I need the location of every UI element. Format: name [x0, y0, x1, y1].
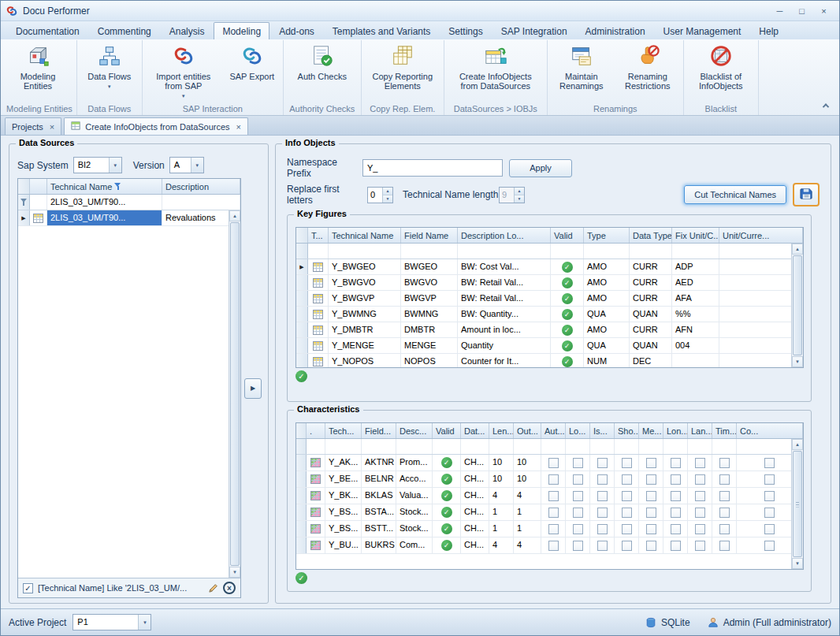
checkbox[interactable]: [719, 458, 730, 468]
collapse-ribbon-button[interactable]: [820, 100, 831, 111]
cell-output-length[interactable]: 4: [514, 488, 541, 504]
cell-technical-name[interactable]: Y_BWGVO: [329, 275, 401, 290]
cell-type[interactable]: QUA: [584, 307, 630, 322]
data-source-row[interactable]: ▶ 2LIS_03_UM/T90... Revaluations: [18, 210, 240, 226]
cell-field-name[interactable]: BELNR: [362, 471, 396, 487]
cell-length[interactable]: 1: [489, 504, 514, 520]
filter-cell[interactable]: [461, 439, 489, 454]
cell-data-type[interactable]: CURR: [630, 291, 672, 306]
cell-field-name[interactable]: BKLAS: [362, 488, 396, 504]
cell-type[interactable]: AMO: [584, 322, 630, 337]
checkbox[interactable]: [548, 524, 559, 534]
checkbox[interactable]: [695, 541, 705, 551]
checkbox[interactable]: [622, 524, 632, 534]
ribbon-tab-add-ons[interactable]: Add-ons: [270, 22, 323, 39]
filter-cell[interactable]: [639, 439, 663, 454]
step-down-icon[interactable]: ▼: [383, 195, 392, 203]
auth-checks-button[interactable]: Auth Checks: [286, 42, 359, 102]
cell-output-length[interactable]: 1: [514, 521, 541, 537]
checkbox[interactable]: [573, 524, 583, 534]
cell-type[interactable]: AMO: [584, 275, 630, 290]
cell-field-name[interactable]: DMBTR: [401, 322, 458, 337]
cell-description[interactable]: Counter for It...: [458, 354, 551, 368]
checkbox[interactable]: [597, 458, 608, 468]
checkbox[interactable]: [622, 541, 632, 551]
cell-output-length[interactable]: 1: [514, 504, 541, 520]
key-figure-row[interactable]: Y_BWGVP BWGVP BW: Retail Val... ✓ AMO CU…: [296, 291, 803, 307]
cell-description[interactable]: BW: Cost Val...: [458, 259, 551, 274]
cell-fix-unit[interactable]: 004: [672, 338, 719, 353]
filter-funnel-icon[interactable]: [114, 183, 121, 191]
checkbox[interactable]: [695, 474, 705, 485]
scroll-down-icon[interactable]: ▼: [792, 558, 803, 569]
header-flag[interactable]: Is...: [590, 423, 615, 438]
cell-technical-name[interactable]: Y_AK...: [325, 455, 362, 470]
cell-technical-name[interactable]: Y_BWGVP: [329, 291, 401, 306]
checkbox[interactable]: [695, 491, 705, 501]
checkbox[interactable]: [597, 541, 608, 551]
filter-cell[interactable]: [630, 244, 672, 258]
checkbox[interactable]: [764, 541, 775, 551]
checkbox[interactable]: [719, 491, 730, 501]
header-field-name[interactable]: Field...: [362, 423, 396, 438]
key-figure-row[interactable]: Y_MENGE MENGE Quantity ✓ QUA QUAN 004: [296, 338, 803, 354]
scrollbar-thumb[interactable]: [230, 222, 240, 566]
ribbon-tab-modeling[interactable]: Modeling: [214, 22, 269, 39]
filter-cell[interactable]: [590, 439, 615, 454]
filter-cell[interactable]: [584, 244, 630, 258]
cell-technical-name[interactable]: Y_BS...: [325, 504, 362, 520]
filter-cell[interactable]: [458, 244, 551, 258]
checkbox[interactable]: [671, 508, 681, 518]
cell-field-name[interactable]: BWGEO: [401, 259, 458, 274]
header-fix-unit[interactable]: Fix Unit/C...: [672, 228, 719, 243]
filter-description-cell[interactable]: [162, 195, 240, 210]
checkbox[interactable]: [646, 474, 656, 485]
cell-type[interactable]: AMO: [584, 259, 630, 274]
checkbox[interactable]: [597, 508, 608, 518]
header-data-type[interactable]: Dat...: [461, 423, 489, 438]
cell-fix-unit[interactable]: AFA: [672, 291, 719, 306]
filter-cell[interactable]: [308, 244, 329, 258]
cell-field-name[interactable]: BWMNG: [401, 307, 458, 322]
cell-field-name[interactable]: BWGVO: [401, 275, 458, 290]
key-figure-row[interactable]: ▶ Y_BWGEO BWGEO BW: Cost Val... ✓ AMO CU…: [296, 259, 803, 275]
filter-cell[interactable]: [672, 244, 719, 258]
header-length[interactable]: Len...: [489, 423, 514, 438]
checkbox[interactable]: [646, 458, 656, 468]
checkbox[interactable]: [695, 508, 705, 518]
characteristic-row[interactable]: Y_AK... AKTNR Prom... ✓ CH... 10 10: [296, 455, 803, 471]
filter-cell[interactable]: [663, 439, 688, 454]
header-technical-name[interactable]: Technical Name: [47, 179, 162, 194]
cell-length[interactable]: 4: [489, 488, 514, 504]
checkbox[interactable]: [597, 491, 608, 501]
header-description[interactable]: Description: [162, 179, 240, 194]
edit-filter-icon[interactable]: [208, 583, 218, 593]
ribbon-tab-sap-integration[interactable]: SAP Integration: [492, 22, 576, 39]
header-valid[interactable]: Valid: [433, 423, 461, 438]
checkbox[interactable]: [573, 491, 583, 501]
chevron-down-icon[interactable]: ▼: [109, 158, 121, 173]
checkbox[interactable]: [671, 541, 681, 551]
ribbon-tab-settings[interactable]: Settings: [440, 22, 491, 39]
checkbox[interactable]: [764, 458, 775, 468]
header-flag[interactable]: Tim...: [712, 423, 737, 438]
close-tab-icon[interactable]: ×: [236, 122, 241, 132]
checkbox[interactable]: [573, 508, 583, 518]
cell-field-name[interactable]: AKTNR: [362, 455, 396, 470]
checkbox[interactable]: [597, 524, 608, 534]
cell-length[interactable]: 4: [489, 537, 514, 553]
checkbox[interactable]: [764, 491, 775, 501]
ribbon-tab-documentation[interactable]: Documentation: [7, 22, 88, 39]
cell-type[interactable]: AMO: [584, 291, 630, 306]
characteristic-row[interactable]: Y_BS... BSTT... Stock... ✓ CH... 1 1: [296, 521, 803, 537]
renaming-restrictions-button[interactable]: Renaming Restrictions: [615, 42, 681, 102]
checkbox[interactable]: [646, 508, 656, 518]
cell-technical-name[interactable]: Y_BU...: [325, 537, 362, 553]
import-entities-from-sap-button[interactable]: Import entities from SAP ▼: [145, 42, 222, 102]
cell-data-type[interactable]: CH...: [461, 488, 489, 504]
step-up-icon[interactable]: ▲: [383, 188, 392, 195]
scrollbar-thumb[interactable]: [793, 255, 802, 355]
filter-cell[interactable]: [362, 439, 396, 454]
scroll-down-icon[interactable]: ▼: [792, 356, 803, 367]
ribbon-tab-templates-and-variants[interactable]: Templates and Variants: [324, 22, 440, 39]
